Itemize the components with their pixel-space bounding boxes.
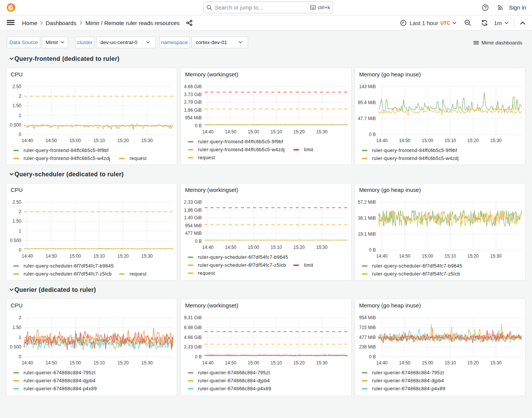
svg-text:15:00: 15:00	[248, 360, 259, 366]
svg-text:2: 2	[19, 93, 21, 99]
svg-text:request: request	[198, 271, 215, 276]
svg-text:15:00: 15:00	[422, 360, 433, 366]
svg-text:14:50: 14:50	[399, 360, 410, 366]
svg-text:ruler-query-frontend-84ffc6b5c: ruler-query-frontend-84ffc6b5c5-w4zdj	[198, 147, 285, 152]
svg-text:143 MiB: 143 MiB	[359, 84, 376, 89]
svg-text:15:00: 15:00	[248, 129, 259, 135]
svg-text:ruler-query-scheduler-6f7df54f: ruler-query-scheduler-6f7df54fc7-z5lcb	[198, 263, 286, 268]
svg-text:1.86 GiB: 1.86 GiB	[184, 108, 202, 113]
svg-text:1: 1	[19, 335, 21, 340]
svg-text:ruler-querier-674868c884-p4x89: ruler-querier-674868c884-p4x89	[24, 386, 97, 391]
svg-text:15:20: 15:20	[117, 253, 129, 259]
svg-text:ruler-querier-674868c884-795zt: ruler-querier-674868c884-795zt	[198, 370, 270, 375]
svg-text:14:40: 14:40	[202, 360, 214, 366]
svg-text:ruler-query-frontend-84ffc6b5c: ruler-query-frontend-84ffc6b5c5-w4zdj	[24, 156, 110, 161]
svg-text:15:10: 15:10	[93, 253, 105, 259]
svg-text:954 MiB: 954 MiB	[185, 115, 202, 120]
svg-text:0: 0	[19, 354, 21, 359]
svg-text:15:00: 15:00	[70, 360, 81, 366]
svg-text:15:30: 15:30	[490, 360, 502, 366]
svg-text:15:20: 15:20	[293, 129, 305, 135]
svg-text:4.66 GiB: 4.66 GiB	[184, 84, 202, 89]
svg-text:15:30: 15:30	[316, 245, 328, 250]
svg-text:15:00: 15:00	[70, 253, 81, 259]
svg-text:0.500: 0.500	[10, 238, 21, 243]
svg-text:0.500: 0.500	[10, 122, 21, 128]
svg-text:14:50: 14:50	[46, 360, 57, 366]
svg-text:15:10: 15:10	[93, 138, 105, 143]
svg-text:9.31 GiB: 9.31 GiB	[184, 315, 202, 320]
svg-text:request: request	[130, 156, 147, 161]
svg-text:1: 1	[19, 228, 21, 234]
svg-text:15:10: 15:10	[271, 360, 282, 366]
svg-text:715 MiB: 715 MiB	[359, 325, 376, 330]
svg-text:238 MiB: 238 MiB	[359, 344, 376, 350]
svg-text:14:40: 14:40	[202, 129, 214, 135]
svg-text:0: 0	[19, 247, 21, 253]
svg-text:0 B: 0 B	[195, 354, 202, 359]
svg-text:19.1 MiB: 19.1 MiB	[358, 231, 376, 237]
svg-text:ruler-query-frontend-84ffc6b5c: ruler-query-frontend-84ffc6b5c5-w4zdj	[372, 156, 459, 161]
svg-text:15:30: 15:30	[490, 138, 502, 143]
svg-text:1.50: 1.50	[13, 103, 22, 108]
svg-text:15:10: 15:10	[93, 360, 105, 366]
svg-text:0 B: 0 B	[195, 239, 202, 244]
svg-text:47.7 MiB: 47.7 MiB	[358, 116, 376, 121]
svg-text:0 B: 0 B	[369, 354, 376, 359]
svg-text:14:50: 14:50	[46, 253, 57, 259]
svg-text:95.4 MiB: 95.4 MiB	[358, 100, 376, 105]
svg-text:15:10: 15:10	[445, 360, 456, 366]
svg-text:14:40: 14:40	[22, 253, 33, 259]
svg-text:477 MiB: 477 MiB	[359, 335, 376, 340]
svg-text:15:00: 15:00	[422, 253, 433, 259]
svg-text:14:50: 14:50	[225, 245, 236, 250]
svg-text:2.33 GiB: 2.33 GiB	[184, 344, 202, 350]
svg-text:4.66 GiB: 4.66 GiB	[184, 335, 202, 340]
svg-text:15:30: 15:30	[141, 253, 153, 259]
svg-text:ruler-query-scheduler-6f7df54f: ruler-query-scheduler-6f7df54fc7-z5lcb	[372, 271, 460, 277]
svg-text:15:30: 15:30	[316, 129, 328, 135]
svg-text:954 MiB: 954 MiB	[185, 223, 202, 228]
svg-text:ruler-querier-674868c884-djpb4: ruler-querier-674868c884-djpb4	[24, 378, 95, 383]
svg-text:14:50: 14:50	[225, 129, 236, 135]
svg-text:57.2 MiB: 57.2 MiB	[358, 200, 376, 205]
svg-text:14:40: 14:40	[22, 138, 33, 143]
svg-text:15:00: 15:00	[70, 138, 81, 143]
svg-text:1.50: 1.50	[13, 218, 22, 224]
svg-text:14:50: 14:50	[225, 360, 236, 366]
svg-text:1.50: 1.50	[13, 325, 22, 330]
svg-text:15:30: 15:30	[141, 360, 153, 366]
svg-text:request: request	[130, 271, 147, 277]
svg-text:ruler-querier-674868c884-795zt: ruler-querier-674868c884-795zt	[24, 370, 95, 375]
svg-text:15:20: 15:20	[117, 138, 129, 143]
svg-text:15:20: 15:20	[293, 360, 305, 366]
svg-text:14:50: 14:50	[399, 253, 410, 259]
svg-text:2: 2	[19, 315, 21, 320]
svg-text:limit: limit	[304, 263, 314, 268]
svg-text:15:20: 15:20	[117, 360, 129, 366]
svg-text:15:00: 15:00	[422, 138, 433, 143]
svg-text:ruler-querier-674868c884-djpb4: ruler-querier-674868c884-djpb4	[198, 378, 270, 383]
svg-text:2.50: 2.50	[13, 84, 22, 89]
svg-text:6.98 GiB: 6.98 GiB	[184, 325, 202, 330]
svg-text:2.50: 2.50	[13, 200, 22, 205]
svg-text:14:50: 14:50	[399, 138, 410, 143]
svg-text:14:40: 14:40	[376, 360, 388, 366]
svg-text:1.86 GiB: 1.86 GiB	[184, 207, 202, 213]
svg-text:15:10: 15:10	[445, 138, 456, 143]
svg-text:14:40: 14:40	[376, 253, 388, 259]
svg-text:1: 1	[19, 113, 21, 118]
svg-text:ruler-query-frontend-84ffc6b5c: ruler-query-frontend-84ffc6b5c5-9f9bf	[372, 148, 457, 153]
svg-text:15:10: 15:10	[271, 129, 282, 135]
svg-text:ruler-querier-674868c884-djpb4: ruler-querier-674868c884-djpb4	[372, 378, 444, 383]
svg-text:14:40: 14:40	[202, 245, 214, 250]
svg-text:ruler-query-scheduler-6f7df54f: ruler-query-scheduler-6f7df54fc7-z5lcb	[24, 271, 112, 277]
svg-text:2.33 GiB: 2.33 GiB	[184, 200, 202, 205]
svg-text:14:40: 14:40	[22, 360, 33, 366]
svg-text:ruler-querier-674868c884-p4x89: ruler-querier-674868c884-p4x89	[198, 386, 271, 391]
svg-text:15:20: 15:20	[293, 245, 305, 250]
svg-text:3.73 GiB: 3.73 GiB	[184, 92, 202, 97]
svg-text:2: 2	[19, 209, 21, 214]
svg-text:15:30: 15:30	[141, 138, 153, 143]
svg-text:14:40: 14:40	[376, 138, 388, 143]
